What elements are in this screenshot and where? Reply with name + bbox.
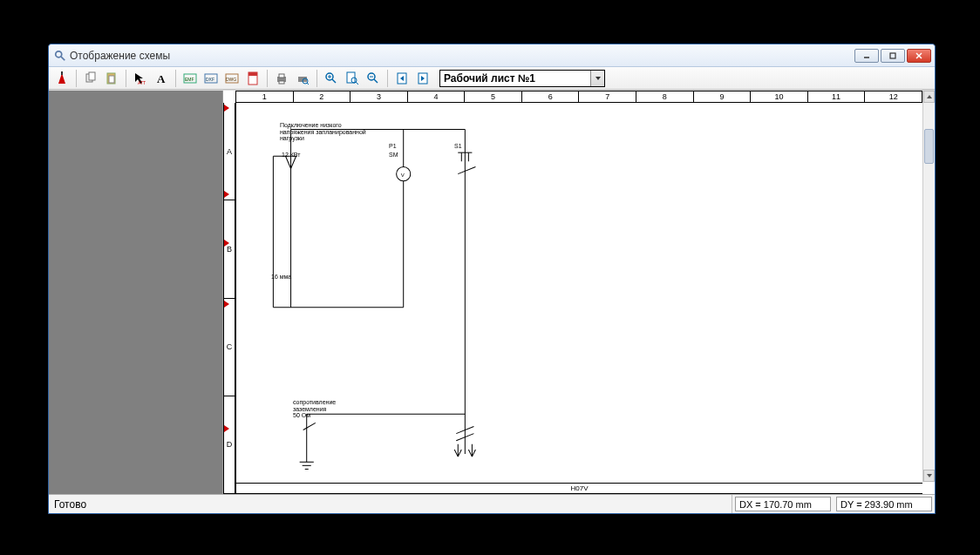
scroll-thumb[interactable]: [924, 129, 934, 164]
drawing-area[interactable]: 1 2 3 4 5 6 7 8 9 10 11 12 A: [223, 91, 935, 494]
svg-rect-21: [279, 74, 284, 78]
schematic-svg: V: [236, 103, 922, 494]
schematic-label: S1: [454, 143, 462, 149]
ruler-col: 11: [808, 91, 866, 102]
app-window: Отображение схемы ATT A: [48, 44, 936, 514]
schematic-label: P1: [389, 143, 397, 149]
scroll-down-button[interactable]: [923, 470, 935, 482]
pointer-att-button[interactable]: ATT: [131, 69, 150, 88]
export-pdf-button[interactable]: [243, 69, 262, 88]
next-sheet-button[interactable]: [413, 69, 432, 88]
drawing-border: [236, 483, 922, 484]
svg-line-52: [458, 166, 475, 173]
svg-point-0: [56, 51, 62, 57]
minimize-button[interactable]: [854, 49, 879, 63]
separator: [316, 70, 317, 87]
status-dx: DX = 170.70 mm: [735, 497, 831, 511]
zoom-page-button[interactable]: [343, 69, 362, 88]
drawing-footer-label: H07V: [570, 484, 588, 492]
chevron-down-icon: [590, 71, 604, 86]
ruler-row: C: [224, 299, 235, 396]
scroll-up-button[interactable]: [923, 91, 935, 103]
schematic-label: 12 КВт: [282, 152, 300, 158]
svg-text:EMF: EMF: [185, 77, 194, 82]
exit-button[interactable]: [52, 69, 71, 88]
vertical-ruler: A B C D: [223, 103, 235, 494]
copy-button[interactable]: [81, 69, 100, 88]
ruler-col: 4: [408, 91, 466, 102]
ruler-col: 2: [294, 91, 351, 102]
print-preview-button[interactable]: [293, 69, 312, 88]
svg-line-55: [303, 423, 316, 430]
marker-icon: [224, 191, 229, 198]
status-text: Готово: [49, 495, 732, 513]
separator: [175, 70, 176, 87]
ruler-col: 9: [694, 91, 752, 102]
prev-sheet-button[interactable]: [392, 69, 412, 88]
svg-text:ATT: ATT: [138, 80, 146, 85]
separator: [126, 70, 126, 87]
status-dy: DY = 293.90 mm: [836, 497, 932, 511]
schematic-label: сопротивление заземления 50 Ом: [293, 399, 336, 419]
sheet-select-label: Рабочий лист №1: [444, 72, 535, 85]
left-panel: [49, 91, 223, 494]
separator: [76, 70, 77, 87]
zoom-out-button[interactable]: [364, 69, 383, 88]
schematic-label: Подключение низкого напряжения запланиро…: [280, 122, 366, 142]
window-title: Отображение схемы: [70, 50, 854, 62]
drawing-border: [236, 493, 922, 494]
horizontal-ruler: 1 2 3 4 5 6 7 8 9 10 11 12: [235, 91, 922, 103]
svg-text:A: A: [157, 72, 166, 85]
paste-button[interactable]: [102, 69, 121, 88]
svg-line-34: [374, 79, 378, 83]
svg-text:DWG: DWG: [226, 77, 236, 82]
ruler-row: D: [224, 396, 235, 493]
ruler-col: 7: [579, 91, 636, 102]
marker-icon: [224, 301, 229, 308]
separator: [387, 70, 388, 87]
ruler-col: 6: [522, 91, 580, 102]
svg-rect-3: [890, 53, 895, 58]
ruler-row: B: [224, 200, 235, 298]
svg-rect-10: [109, 76, 114, 83]
vertical-scrollbar[interactable]: [922, 91, 935, 482]
svg-line-1: [61, 56, 65, 59]
svg-rect-22: [279, 81, 284, 84]
export-dxf-button[interactable]: DXF: [201, 69, 221, 88]
close-button[interactable]: [907, 49, 931, 63]
svg-rect-6: [61, 71, 63, 75]
svg-line-32: [356, 82, 358, 85]
schematic-label: SM: [389, 152, 398, 158]
titlebar: Отображение схемы: [49, 44, 935, 67]
svg-rect-8: [89, 72, 95, 80]
schematic-canvas[interactable]: V: [235, 103, 922, 494]
ruler-col: 10: [751, 91, 808, 102]
statusbar: Готово DX = 170.70 mm DY = 293.90 mm: [49, 494, 935, 513]
print-button[interactable]: [272, 69, 291, 88]
ruler-col: 8: [636, 91, 694, 102]
maximize-button[interactable]: [881, 49, 905, 63]
svg-text:V: V: [401, 172, 405, 178]
export-dwg-button[interactable]: DWG: [222, 69, 242, 88]
separator: [267, 70, 268, 87]
ruler-row: A: [224, 103, 235, 200]
export-emf-button[interactable]: EMF: [180, 69, 200, 88]
ruler-col: 3: [350, 91, 408, 102]
toolbar: ATT A EMF DXF DWG: [49, 67, 935, 90]
marker-icon: [224, 105, 229, 112]
svg-line-27: [332, 79, 336, 83]
ruler-col: 1: [236, 91, 294, 102]
svg-text:DXF: DXF: [206, 77, 214, 82]
svg-line-25: [307, 83, 309, 85]
app-icon: [54, 50, 66, 62]
marker-icon: [224, 425, 229, 432]
ruler-col: 5: [465, 91, 522, 102]
workspace: 1 2 3 4 5 6 7 8 9 10 11 12 A: [49, 90, 935, 494]
sheet-select[interactable]: Рабочий лист №1: [439, 70, 605, 87]
text-button[interactable]: A: [152, 69, 171, 88]
marker-icon: [224, 240, 229, 247]
ruler-col: 12: [865, 91, 922, 102]
schematic-label: 16 мма: [271, 274, 291, 280]
zoom-in-button[interactable]: [322, 69, 341, 88]
